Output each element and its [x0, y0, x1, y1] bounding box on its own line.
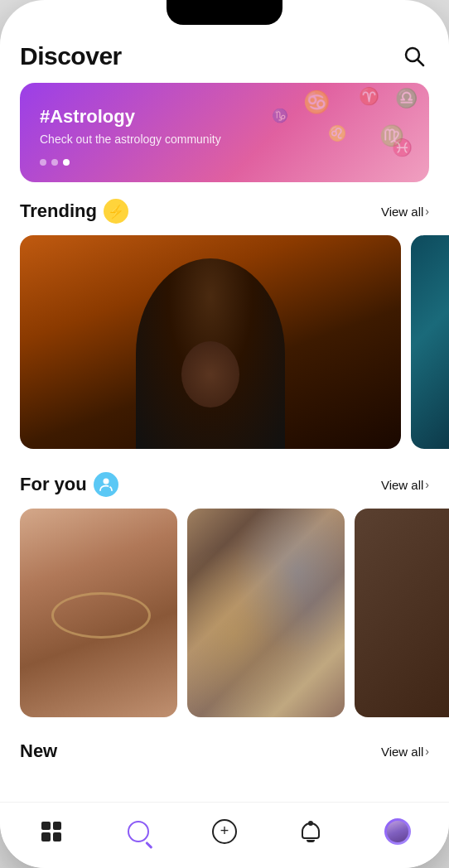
lightning-icon: ⚡	[104, 199, 128, 224]
nav-add-icon-container	[212, 819, 237, 844]
banner-dots	[40, 159, 409, 166]
svg-line-1	[418, 60, 423, 65]
trending-section-header: Trending ⚡ View all ›	[0, 182, 449, 235]
bell-base	[307, 840, 315, 842]
avatar	[384, 818, 411, 845]
nav-bell-icon-container	[298, 819, 323, 844]
trending-card-2[interactable]	[411, 235, 449, 449]
banner-dot-2	[51, 159, 58, 166]
banner-subtitle: Check out the astrology community	[40, 133, 409, 146]
trending-image-teal	[411, 235, 449, 449]
foryou-card-2[interactable]	[187, 509, 345, 717]
chevron-right-icon: ›	[425, 205, 429, 218]
foryou-card-3[interactable]	[355, 509, 449, 717]
grid-cell-2	[53, 822, 62, 831]
header: Discover	[0, 33, 449, 83]
avatar-image	[387, 821, 408, 842]
phone-frame: Discover ♋ ♈ ♎ ♍ ♌ ♓ ♑ #Astrology	[0, 0, 449, 868]
foryou-scroll[interactable]	[0, 509, 449, 724]
person-icon	[94, 472, 118, 497]
foryou-title-group: For you	[20, 472, 118, 497]
banner-dot-1	[40, 159, 46, 166]
foryou-card-1[interactable]	[20, 509, 177, 717]
add-icon	[212, 819, 237, 844]
svg-point-3	[109, 485, 110, 487]
notch	[167, 0, 282, 25]
grid-cell-1	[41, 822, 51, 831]
foryou-title: For you	[20, 474, 87, 495]
trending-view-all[interactable]: View all ›	[381, 205, 429, 219]
new-view-all[interactable]: View all ›	[381, 745, 429, 759]
zodiac-aries-icon: ♈	[359, 86, 379, 106]
trending-scroll[interactable]	[0, 235, 449, 456]
grid-icon	[41, 822, 61, 841]
foryou-image-side	[355, 509, 449, 717]
nav-item-search[interactable]	[113, 811, 163, 852]
svg-point-2	[103, 479, 109, 485]
foryou-section-header: For you View all ›	[0, 456, 449, 509]
search-icon	[403, 46, 425, 67]
scroll-content: Discover ♋ ♈ ♎ ♍ ♌ ♓ ♑ #Astrology	[0, 0, 449, 802]
nav-item-add[interactable]	[200, 811, 249, 852]
trending-title: Trending	[20, 200, 97, 222]
bell-body	[302, 822, 320, 839]
banner-tag: #Astrology	[40, 106, 409, 128]
new-chevron-icon: ›	[425, 745, 429, 758]
phone-inner: Discover ♋ ♈ ♎ ♍ ♌ ♓ ♑ #Astrology	[0, 0, 449, 868]
trending-track	[20, 235, 449, 449]
foryou-chevron-icon: ›	[425, 478, 429, 491]
trending-title-group: Trending ⚡	[20, 199, 128, 224]
home-icon	[39, 819, 64, 844]
grid-cell-3	[41, 832, 51, 841]
trending-card-1[interactable]	[20, 235, 401, 449]
new-section-header: New View all ›	[0, 724, 449, 774]
nav-item-profile[interactable]	[373, 811, 422, 852]
foryou-track	[20, 509, 449, 717]
new-title-group: New	[20, 740, 57, 762]
trending-image-person	[20, 235, 401, 449]
grid-cell-4	[53, 832, 62, 841]
nav-item-home[interactable]	[27, 811, 76, 852]
page-title: Discover	[20, 42, 122, 70]
banner[interactable]: ♋ ♈ ♎ ♍ ♌ ♓ ♑ #Astrology Check out the a…	[20, 83, 429, 182]
nav-search-circle-icon	[128, 821, 149, 842]
foryou-image-fresco	[187, 509, 345, 717]
new-title: New	[20, 740, 57, 762]
foryou-view-all[interactable]: View all ›	[381, 478, 429, 492]
nav-item-notifications[interactable]	[286, 811, 336, 852]
banner-dot-3-active[interactable]	[63, 159, 70, 166]
bell-icon	[301, 821, 321, 842]
nav-search-icon-container	[126, 819, 151, 844]
search-button[interactable]	[399, 41, 429, 71]
foryou-image-woman	[20, 509, 177, 717]
bottom-nav	[0, 802, 449, 868]
